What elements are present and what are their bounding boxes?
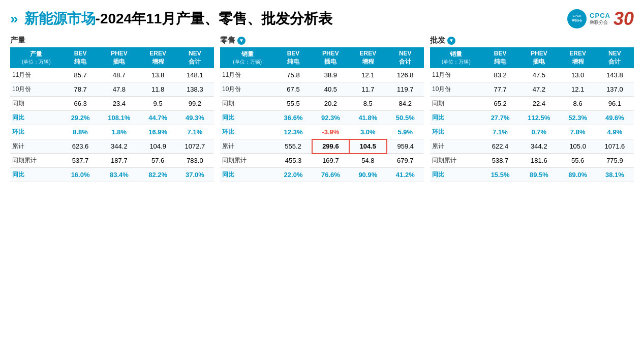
prod-col-bev: BEV纯电 xyxy=(63,47,98,68)
wholesale-col-erev: EREV增程 xyxy=(560,47,595,68)
table-cell: 7.8% xyxy=(560,125,595,139)
table-cell: 1.8% xyxy=(98,125,140,139)
table-cell: 538.7 xyxy=(482,154,518,168)
table-cell: 775.9 xyxy=(596,154,634,168)
row-label: 11月份 xyxy=(220,68,274,82)
retail-col-bev: BEV纯电 xyxy=(274,47,312,68)
page-wrapper: » 新能源市场-2024年11月产量、零售、批发分析表 CPCA 乘联分会 CP… xyxy=(0,0,644,349)
logo-area: CPCA 乘联分会 CPCA 乘联分会 30 xyxy=(567,9,634,28)
table-cell: 8.8% xyxy=(63,125,98,139)
table-cell: 40.5 xyxy=(312,82,349,97)
table-cell: 84.2 xyxy=(387,97,424,111)
wholesale-section: 批发 ▼ 销量 (单位：万辆) BEV纯电 PHEV插电 EREV增程 NEV合… xyxy=(430,36,634,182)
table-cell: 555.2 xyxy=(274,139,312,154)
retail-col-nev: NEV合计 xyxy=(387,47,424,68)
table-cell: 41.8% xyxy=(349,111,386,125)
table-cell: 37.0% xyxy=(176,168,214,182)
table-cell: 623.6 xyxy=(63,139,98,154)
row-label: 同期 xyxy=(430,97,482,111)
table-cell: 148.1 xyxy=(176,68,214,82)
table-cell: 7.1% xyxy=(176,125,214,139)
title-suffix: -2024年11月产量、零售、批发分析表 xyxy=(96,11,333,26)
table-cell: 22.0% xyxy=(274,168,312,182)
production-header: 产量 xyxy=(10,36,214,45)
row-label: 同比 xyxy=(220,168,274,182)
table-cell: 8.6 xyxy=(560,97,595,111)
wholesale-col-bev: BEV纯电 xyxy=(482,47,518,68)
table-cell: 13.0 xyxy=(560,68,595,82)
table-cell: 89.5% xyxy=(518,168,560,182)
table-cell: 104.5 xyxy=(349,139,386,154)
table-cell: 41.2% xyxy=(387,168,424,182)
table-cell: 299.6 xyxy=(312,139,349,154)
prod-col-erev: EREV增程 xyxy=(140,47,175,68)
logo-cpca-label: CPCA xyxy=(590,12,610,19)
table-cell: 36.6% xyxy=(274,111,312,125)
table-cell: 959.4 xyxy=(387,139,424,154)
table-cell: 1072.7 xyxy=(176,139,214,154)
table-cell: 85.7 xyxy=(63,68,98,82)
table-cell: 108.1% xyxy=(98,111,140,125)
header: » 新能源市场-2024年11月产量、零售、批发分析表 CPCA 乘联分会 CP… xyxy=(10,9,634,28)
table-cell: 0.7% xyxy=(518,125,560,139)
row-label: 环比 xyxy=(430,125,482,139)
table-cell: 344.2 xyxy=(518,139,560,154)
retail-arrow-icon: ▼ xyxy=(237,37,246,45)
production-label: 产量 xyxy=(10,36,25,45)
row-label: 累计 xyxy=(430,139,482,154)
table-cell: 1071.6 xyxy=(596,139,634,154)
row-label: 同期累计 xyxy=(10,154,63,168)
row-label: 同比 xyxy=(10,168,63,182)
table-cell: 537.7 xyxy=(63,154,98,168)
retail-header: 零售 ▼ xyxy=(220,36,424,45)
table-cell: 4.9% xyxy=(596,125,634,139)
wholesale-col-phev: PHEV插电 xyxy=(518,47,560,68)
tables-container: 产量 产量 (单位：万辆) BEV纯电 PHEV插电 EREV增程 NEV合计 xyxy=(10,36,634,182)
table-cell: 75.8 xyxy=(274,68,312,82)
table-cell: 16.0% xyxy=(63,168,98,182)
table-cell: 48.7 xyxy=(98,68,140,82)
table-cell: 82.2% xyxy=(140,168,175,182)
row-label: 同期 xyxy=(10,97,63,111)
table-cell: 679.7 xyxy=(387,154,424,168)
table-cell: 13.8 xyxy=(140,68,175,82)
row-label: 累计 xyxy=(10,139,63,154)
table-cell: 38.1% xyxy=(596,168,634,182)
table-cell: 11.8 xyxy=(140,82,175,97)
table-cell: 29.2% xyxy=(63,111,98,125)
table-cell: 20.2 xyxy=(312,97,349,111)
table-cell: 8.5 xyxy=(349,97,386,111)
logo-30: 30 xyxy=(614,10,634,28)
prod-col-header: 产量 (单位：万辆) xyxy=(10,47,63,68)
production-table: 产量 (单位：万辆) BEV纯电 PHEV插电 EREV增程 NEV合计 11月… xyxy=(10,47,214,182)
table-cell: 138.3 xyxy=(176,82,214,97)
table-cell: 22.4 xyxy=(518,97,560,111)
row-label: 同期累计 xyxy=(220,154,274,168)
table-cell: 105.0 xyxy=(560,139,595,154)
table-cell: 12.1 xyxy=(349,68,386,82)
table-cell: 12.1 xyxy=(560,82,595,97)
table-cell: 57.6 xyxy=(140,154,175,168)
wholesale-table: 销量 (单位：万辆) BEV纯电 PHEV插电 EREV增程 NEV合计 11月… xyxy=(430,47,634,182)
row-label: 同期 xyxy=(220,97,274,111)
wholesale-col-nev: NEV合计 xyxy=(596,47,634,68)
wholesale-arrow-icon: ▼ xyxy=(447,37,455,45)
row-label: 11月份 xyxy=(430,68,482,82)
table-cell: 137.0 xyxy=(596,82,634,97)
table-cell: 96.1 xyxy=(596,97,634,111)
table-cell: 67.5 xyxy=(274,82,312,97)
table-cell: 12.3% xyxy=(274,125,312,139)
table-cell: 455.3 xyxy=(274,154,312,168)
table-cell: 15.5% xyxy=(482,168,518,182)
table-cell: 47.5 xyxy=(518,68,560,82)
table-cell: 54.8 xyxy=(349,154,386,168)
table-cell: 38.9 xyxy=(312,68,349,82)
table-cell: 143.8 xyxy=(596,68,634,82)
retail-label: 零售 xyxy=(220,36,235,45)
chevron-icon: » xyxy=(10,12,18,26)
wholesale-col-header: 销量 (单位：万辆) xyxy=(430,47,482,68)
table-cell: 169.7 xyxy=(312,154,349,168)
retail-col-phev: PHEV插电 xyxy=(312,47,349,68)
table-cell: 783.0 xyxy=(176,154,214,168)
row-label: 10月份 xyxy=(430,82,482,97)
